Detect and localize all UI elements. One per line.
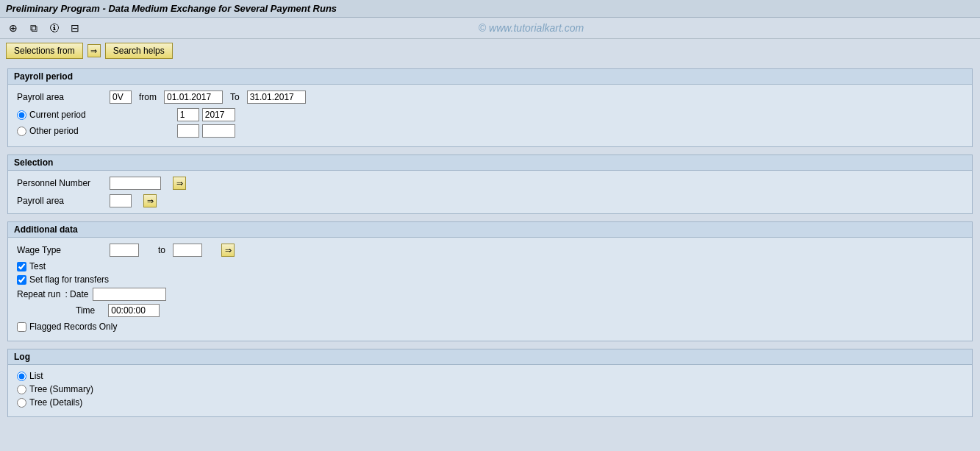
repeat-run-label: Repeat run (17, 289, 60, 299)
log-list-row: List (17, 371, 963, 381)
additional-data-section: Additional data Wage Type to ⇒ Test Set … (7, 221, 973, 341)
selections-from-label: Selections from (14, 46, 75, 56)
log-tree-details-label: Tree (Details) (29, 397, 82, 408)
log-list-radio[interactable] (17, 372, 26, 381)
other-period-year-input[interactable] (202, 124, 235, 138)
wage-type-row: Wage Type to ⇒ (17, 244, 963, 257)
action-bar: Selections from ⇒ Search helps (0, 39, 980, 63)
search-helps-button[interactable]: Search helps (105, 43, 173, 59)
wage-type-input[interactable] (110, 244, 139, 257)
title-text: Preliminary Program - Data Medium Exchan… (6, 3, 337, 14)
other-period-label: Other period (29, 126, 79, 136)
log-section: Log List Tree (Summary) Tree (Details) (7, 349, 973, 417)
test-checkbox[interactable] (17, 262, 26, 271)
set-flag-row: Set flag for transfers (17, 274, 963, 285)
selections-from-button[interactable]: Selections from (6, 43, 83, 59)
personnel-number-arrow[interactable]: ⇒ (173, 177, 186, 190)
to-label: To (230, 92, 240, 102)
payroll-area-row: Payroll area from To (17, 90, 963, 104)
current-period-year-input[interactable] (202, 108, 235, 121)
other-period-row: Other period (17, 124, 963, 138)
time-input[interactable] (108, 304, 160, 317)
time-row: Time (17, 304, 963, 317)
from-label: from (139, 92, 157, 102)
flagged-records-checkbox[interactable] (17, 322, 26, 332)
personnel-number-label: Personnel Number (17, 178, 105, 188)
repeat-run-date-input[interactable] (93, 288, 166, 301)
wage-type-label: Wage Type (17, 245, 105, 255)
selection-title: Selection (8, 155, 972, 171)
title-bar: Preliminary Program - Data Medium Exchan… (0, 0, 980, 18)
payroll-area-input[interactable] (110, 90, 132, 104)
time-label: Time (76, 305, 95, 316)
selection-payroll-area-arrow[interactable]: ⇒ (143, 194, 157, 207)
set-flag-checkbox[interactable] (17, 275, 26, 285)
payroll-period-section: Payroll period Payroll area from To Curr… (7, 68, 973, 147)
wage-type-to-input[interactable] (173, 244, 202, 257)
payroll-area-label: Payroll area (17, 92, 105, 102)
selection-payroll-area-row: Payroll area ⇒ (17, 194, 963, 207)
additional-data-title: Additional data (8, 222, 972, 238)
repeat-run-row: Repeat run : Date (17, 288, 963, 301)
flagged-records-row: Flagged Records Only (17, 322, 963, 332)
flagged-records-label: Flagged Records Only (29, 322, 117, 332)
to-date-input[interactable] (247, 90, 306, 104)
toolbar-icon-layout[interactable]: ⊟ (68, 21, 82, 35)
log-tree-details-row: Tree (Details) (17, 397, 963, 408)
other-period-num-input[interactable] (177, 124, 199, 138)
set-flag-label: Set flag for transfers (29, 274, 109, 285)
log-tree-summary-row: Tree (Summary) (17, 384, 963, 394)
colon-date-label: : Date (65, 289, 88, 299)
other-period-radio[interactable] (17, 127, 26, 136)
personnel-number-row: Personnel Number ⇒ (17, 177, 963, 190)
test-row: Test (17, 261, 963, 271)
main-content: Payroll period Payroll area from To Curr… (0, 63, 980, 423)
current-period-label: Current period (29, 110, 86, 120)
toolbar-icon-back[interactable]: ⊕ (6, 21, 21, 35)
selection-section: Selection Personnel Number ⇒ Payroll are… (7, 155, 973, 214)
arrow-right-icon: ⇒ (87, 44, 101, 57)
log-tree-summary-label: Tree (Summary) (29, 384, 93, 394)
current-period-row: Current period (17, 108, 963, 121)
selection-payroll-area-input[interactable] (110, 194, 132, 207)
log-tree-summary-radio[interactable] (17, 385, 26, 394)
watermark: © www.tutorialkart.com (88, 22, 974, 34)
toolbar: ⊕ ⧉ 🛈 ⊟ © www.tutorialkart.com (0, 18, 980, 39)
payroll-period-title: Payroll period (8, 69, 972, 85)
personnel-number-input[interactable] (110, 177, 161, 190)
toolbar-icon-info[interactable]: 🛈 (47, 21, 62, 35)
selection-payroll-area-label: Payroll area (17, 196, 105, 206)
current-period-radio[interactable] (17, 110, 26, 120)
test-label: Test (29, 261, 46, 271)
wage-type-to-label: to (158, 245, 165, 255)
current-period-num-input[interactable] (177, 108, 199, 121)
search-helps-label: Search helps (113, 46, 165, 56)
log-list-label: List (29, 371, 43, 381)
wage-type-arrow[interactable]: ⇒ (221, 244, 235, 257)
toolbar-icon-copy[interactable]: ⧉ (26, 21, 41, 35)
log-tree-details-radio[interactable] (17, 398, 26, 408)
log-title: Log (8, 349, 972, 365)
from-date-input[interactable] (164, 90, 223, 104)
